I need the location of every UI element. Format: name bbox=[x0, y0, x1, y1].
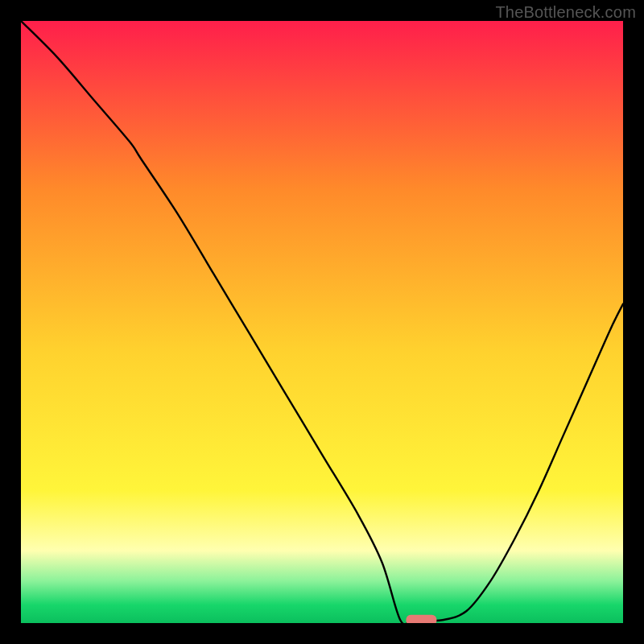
plot-svg bbox=[21, 21, 623, 623]
minimum-marker bbox=[406, 615, 436, 623]
watermark-text: TheBottleneck.com bbox=[495, 3, 636, 22]
plot-area bbox=[21, 21, 623, 623]
gradient-background bbox=[21, 21, 623, 623]
chart-frame: TheBottleneck.com bbox=[0, 0, 644, 644]
